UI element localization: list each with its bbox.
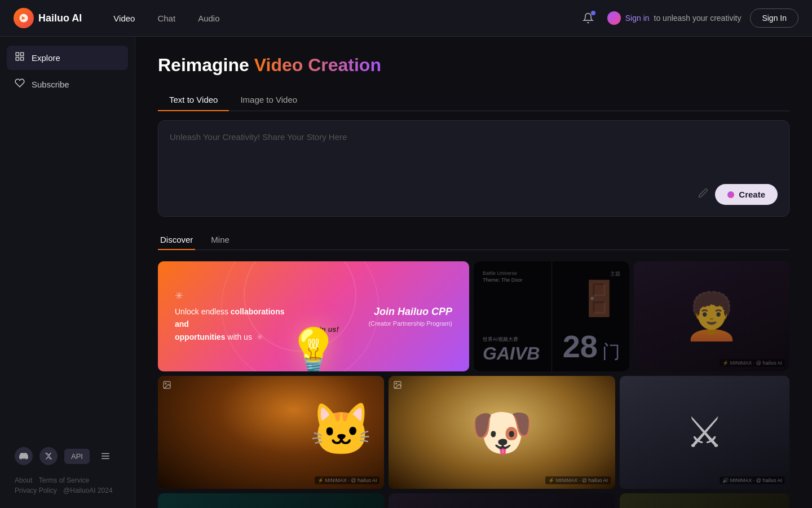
sidebar-item-explore[interactable]: Explore: [7, 46, 128, 70]
sidebar-footer: About Terms of Service Privacy Policy @H…: [7, 472, 128, 499]
gallery-row3-card2[interactable]: [389, 493, 615, 508]
menu-icon[interactable]: [96, 447, 114, 465]
discord-icon[interactable]: [15, 447, 33, 465]
create-btn-dot: [727, 191, 734, 198]
gallery-row-1: ✳ Unlock endless collaborations andoppor…: [158, 261, 789, 371]
image-type-icon: [162, 380, 171, 392]
gallery-figure-card[interactable]: 🧑‍🦱 ⚡ MINIMAX · @ hailuo AI: [634, 261, 789, 371]
banner-image: ✳ Unlock endless collaborations andoppor…: [158, 261, 469, 371]
discover-tabs: Discover Mine: [158, 230, 789, 250]
svg-rect-2: [21, 52, 24, 55]
tab-text-to-video[interactable]: Text to Video: [158, 89, 229, 111]
sign-in-suffix: to unleash your creativity: [654, 14, 742, 23]
prompt-input[interactable]: [170, 132, 778, 177]
banner-collaborations: collaborations andopportunities: [175, 307, 285, 341]
gallery-banner-card[interactable]: ✳ Unlock endless collaborations andoppor…: [158, 261, 469, 371]
header: Hailuo AI Video Chat Audio Sign in to un…: [0, 0, 812, 37]
sign-in-link[interactable]: Sign in: [625, 14, 650, 23]
title-static: Reimagine: [158, 55, 254, 75]
subscribe-icon: [15, 78, 25, 91]
sign-in-button[interactable]: Sign In: [750, 8, 798, 28]
logo-icon: [14, 8, 34, 28]
gallery-row-2: 🐱 ⚡ MINIMAX · @ hailuo AI 🐶: [158, 376, 789, 489]
svg-rect-3: [16, 58, 19, 60]
svg-point-11: [396, 383, 397, 384]
page-title: Reimagine Video Creation: [158, 55, 789, 76]
copyright-link[interactable]: @HailuoAI 2024: [63, 487, 113, 494]
dog-image: 🐶 ⚡ MINIMAX · @ hailuo AI: [389, 376, 615, 489]
terms-link[interactable]: Terms of Service: [39, 476, 89, 484]
text-input-area: Create: [158, 120, 789, 217]
mode-tabs: Text to Video Image to Video: [158, 89, 789, 111]
banner-cpp: Join Hailuo CPP (Creator Partnership Pro…: [368, 306, 452, 327]
pencil-icon[interactable]: [698, 188, 708, 201]
about-link[interactable]: About: [15, 476, 32, 484]
input-area-bottom: Create: [170, 184, 778, 205]
twitter-x-icon[interactable]: [39, 447, 58, 465]
sidebar-bottom: API About Terms of Service Privacy Polic…: [7, 440, 128, 499]
gallery-dog-card[interactable]: 🐶 ⚡ MINIMAX · @ hailuo AI: [389, 376, 615, 489]
nav-video[interactable]: Video: [104, 9, 144, 28]
gaivb-image: Battle Universe Theme: The Door 世界AI视频大赛…: [474, 261, 629, 371]
main-layout: Explore Subscribe: [0, 37, 812, 508]
avatar-bubble: [607, 11, 621, 25]
title-gradient: Video Creation: [254, 55, 381, 75]
create-button[interactable]: Create: [715, 184, 778, 205]
sidebar-social: API: [7, 440, 128, 472]
banner-text: ✳ Unlock endless collaborations andoppor…: [175, 290, 299, 343]
image-type-icon-2: [393, 380, 402, 392]
notification-bell[interactable]: [578, 8, 598, 28]
gallery-row3-card1[interactable]: [158, 493, 384, 508]
sidebar-item-subscribe[interactable]: Subscribe: [7, 72, 128, 97]
logo-area[interactable]: Hailuo AI: [14, 8, 82, 28]
header-right: Sign in to unleash your creativity Sign …: [578, 8, 798, 28]
create-btn-label: Create: [739, 190, 765, 199]
logo-text: Hailuo AI: [38, 12, 82, 24]
tab-image-to-video[interactable]: Image to Video: [229, 89, 308, 111]
gallery-cat-card[interactable]: 🐱 ⚡ MINIMAX · @ hailuo AI: [158, 376, 384, 489]
sidebar-subscribe-label: Subscribe: [32, 80, 69, 89]
notification-dot: [591, 11, 595, 15]
main-content: Reimagine Video Creation Text to Video I…: [135, 37, 812, 508]
api-button[interactable]: API: [64, 449, 90, 464]
sidebar: Explore Subscribe: [0, 37, 135, 508]
svg-point-9: [165, 383, 166, 384]
nav-links: Video Chat Audio: [104, 9, 228, 28]
svg-rect-1: [16, 52, 19, 55]
nav-chat[interactable]: Chat: [148, 9, 184, 28]
gallery-row3-card3[interactable]: [620, 493, 789, 508]
nav-audio[interactable]: Audio: [189, 9, 228, 28]
gallery-armor-card[interactable]: ⚔ 🔊 MINIMAX · @ hailuo AI: [620, 376, 789, 489]
gallery-row-3: [158, 493, 789, 508]
figure-image: 🧑‍🦱 ⚡ MINIMAX · @ hailuo AI: [634, 261, 789, 371]
sidebar-explore-label: Explore: [32, 53, 60, 63]
cat-image: 🐱 ⚡ MINIMAX · @ hailuo AI: [158, 376, 384, 489]
gallery-gaivb-card[interactable]: Battle Universe Theme: The Door 世界AI视频大赛…: [474, 261, 629, 371]
discover-tab-discover[interactable]: Discover: [158, 230, 195, 250]
armor-image: ⚔ 🔊 MINIMAX · @ hailuo AI: [620, 376, 789, 489]
privacy-link[interactable]: Privacy Policy: [15, 487, 57, 494]
explore-icon: [15, 51, 25, 64]
discover-tab-mine[interactable]: Mine: [209, 230, 232, 250]
svg-rect-4: [21, 58, 24, 60]
sign-in-prompt-area: Sign in to unleash your creativity: [607, 11, 742, 25]
